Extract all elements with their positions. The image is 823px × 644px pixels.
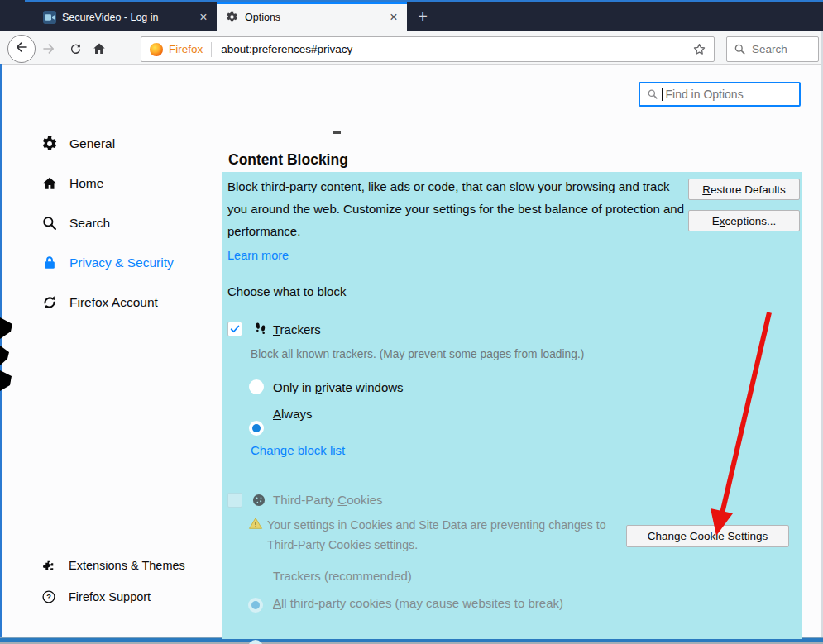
lock-icon [41,255,58,271]
description-line: Block third-party content, like ads or c… [227,178,724,195]
always-radio[interactable] [249,421,264,436]
checkmark-icon [229,323,241,335]
url-text: about:preferences#privacy [221,43,352,55]
identity-label: Firefox [169,43,203,55]
exceptions-button[interactable]: Exceptions... [688,210,800,231]
text-caret [662,88,663,101]
description-line: you around the web. Customize your setti… [227,200,724,217]
change-block-list-link[interactable]: Change block list [251,443,345,457]
change-cookie-settings-button[interactable]: Change Cookie Settings [626,525,789,547]
sidebar-item-privacy-security[interactable]: Privacy & Security [41,251,174,274]
forward-button[interactable] [38,38,60,60]
urlbar-separator [211,42,212,57]
tab-options[interactable]: Options × [217,2,407,31]
trackers-label[interactable]: Trackers [273,322,321,336]
warning-text-line1: Your settings in Cookies and Site Data a… [267,518,606,532]
sidebar-item-label: Home [69,176,103,191]
securevideo-favicon-icon [43,11,56,24]
sidebar-item-extensions-themes[interactable]: Extensions & Themes [41,554,185,577]
bookmark-star-icon[interactable] [691,41,707,57]
description-line: performance. [227,222,724,240]
back-arrow-icon [14,40,29,58]
cookie-icon [251,492,267,512]
restore-defaults-button[interactable]: Restore Defaults [688,179,800,200]
reload-button[interactable] [65,38,86,60]
firefox-logo-icon [150,43,163,56]
third-party-cookies-label: Third-Party Cookies [273,493,383,507]
sidebar-item-general[interactable]: General [41,132,115,155]
sidebar-item-search[interactable]: Search [41,212,110,235]
warning-text-line2: Third-Party Cookies settings. [267,538,418,551]
only-private-windows-radio[interactable] [249,379,264,394]
sidebar-item-label: Privacy & Security [69,255,174,270]
trackers-checkbox[interactable] [227,322,242,336]
page-title: Content Blocking [228,151,348,169]
home-button[interactable] [89,38,110,60]
search-icon [41,215,58,231]
sidebar-item-home[interactable]: Home [41,172,103,195]
puzzle-icon [41,558,56,573]
trackers-recommended-label: Trackers (recommended) [273,569,412,583]
trackers-recommended-radio [248,598,263,613]
choose-what-to-block-label: Choose what to block [227,284,346,298]
search-input[interactable] [750,42,813,56]
browser-window: SecureVideo - Log in × Options × + Firef… [0,0,823,644]
close-tab-icon[interactable]: × [385,9,402,26]
tab-title: SecureVideo - Log in [62,12,195,23]
learn-more-link[interactable]: Learn more [227,249,289,262]
left-edge-artifact [0,317,12,391]
search-icon [647,88,658,100]
warning-icon [248,516,263,534]
tab-title: Options [245,12,385,23]
sidebar-item-label: General [69,136,115,151]
all-third-party-cookies-label: All third-party cookies (may cause websi… [273,596,563,610]
sidebar-item-label: Search [69,216,110,231]
active-tab-stripe [217,2,407,4]
only-private-windows-label[interactable]: Only in private windows [273,380,404,394]
gear-icon [41,136,58,152]
question-icon [41,589,56,604]
home-icon [92,41,107,56]
sidebar-item-label: Firefox Support [69,590,151,603]
find-in-options-box[interactable] [639,82,801,107]
tab-securevideo[interactable]: SecureVideo - Log in × [33,2,217,31]
back-button[interactable] [7,35,36,63]
sidebar-item-label: Extensions & Themes [69,559,185,572]
new-tab-button[interactable]: + [412,7,433,28]
trackers-description: Block all known trackers. (May prevent s… [251,348,584,360]
gear-icon [226,11,238,23]
sidebar-item-firefox-support[interactable]: Firefox Support [41,585,151,608]
search-icon [734,43,746,55]
close-tab-icon[interactable]: × [195,9,212,26]
toolbar-search[interactable] [726,36,819,62]
window-border-left [0,64,2,638]
sidebar-item-firefox-account[interactable]: Firefox Account [41,291,158,314]
third-party-cookies-checkbox [227,493,242,508]
always-label[interactable]: Always [273,407,313,421]
url-bar[interactable]: Firefox about:preferences#privacy [141,36,715,62]
find-in-options-input[interactable] [664,87,792,102]
footprints-icon [252,321,269,341]
sync-icon [41,294,58,311]
home-icon [41,175,58,192]
forward-arrow-icon [41,41,56,56]
sidebar-item-label: Firefox Account [69,295,158,310]
ui-artifact-dash [333,131,341,134]
reload-icon [69,42,83,56]
